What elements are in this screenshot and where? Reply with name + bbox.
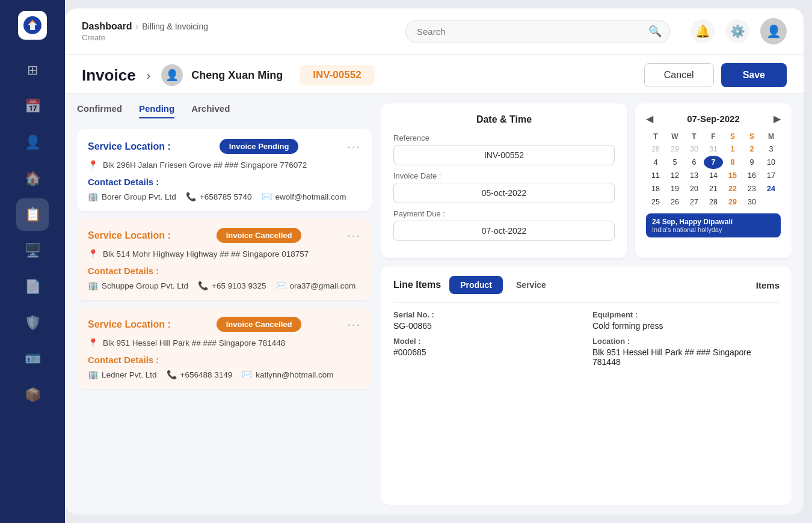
card-1-badge: Invoice Pending: [220, 139, 299, 154]
breadcrumb-current[interactable]: Billing & Invoicing: [142, 22, 208, 31]
email-icon-3: [242, 370, 252, 379]
save-button[interactable]: Save: [721, 63, 787, 87]
notification-icon[interactable]: 🔔: [691, 19, 715, 43]
cal-cell[interactable]: 30: [742, 195, 761, 209]
search-icon[interactable]: 🔍: [648, 25, 662, 38]
location-icon-3: [88, 338, 98, 347]
card-2-email: ora37@gmail.com: [290, 281, 356, 290]
invoice-date-input[interactable]: [393, 183, 615, 203]
cal-cell[interactable]: 26: [665, 195, 684, 209]
calendar-next-btn[interactable]: ▶: [774, 113, 781, 124]
service-card-2: Service Location : Invoice Cancelled ···…: [77, 218, 372, 300]
cancel-button[interactable]: Cancel: [644, 63, 714, 87]
li-tab-service[interactable]: Service: [505, 276, 557, 294]
cal-cell[interactable]: 23: [742, 182, 761, 195]
cal-cell[interactable]: 29: [723, 195, 742, 209]
cal-cell[interactable]: 24: [761, 182, 781, 195]
sidebar-item-badge[interactable]: 🪪: [16, 343, 49, 375]
cal-cell[interactable]: 25: [646, 195, 665, 209]
cal-cell[interactable]: 31: [704, 142, 723, 156]
cal-cell[interactable]: 21: [704, 182, 723, 195]
cal-cell[interactable]: 11: [646, 169, 665, 182]
sidebar-item-calendar[interactable]: 📅: [16, 90, 49, 123]
tab-confirmed[interactable]: Confirmed: [77, 103, 122, 118]
breadcrumb-sep: ›: [136, 22, 139, 31]
cal-th-f: F: [704, 130, 723, 142]
cal-cell[interactable]: 18: [646, 182, 665, 195]
serial-no-field: Serial No. : SG-00865: [393, 310, 580, 331]
card-2-company: Schuppe Group Pvt. Ltd: [102, 281, 188, 290]
calendar-prev-btn[interactable]: ◀: [646, 113, 653, 124]
location-icon-2: [88, 249, 98, 258]
card-3-badge: Invoice Cancelled: [217, 317, 302, 332]
cal-cell[interactable]: 4: [646, 156, 665, 169]
cal-cell[interactable]: 28: [646, 142, 665, 156]
email-icon-2: [276, 281, 286, 290]
cal-cell[interactable]: 15: [723, 169, 742, 182]
email-icon-1: [262, 192, 272, 201]
sidebar-item-box[interactable]: 📦: [16, 379, 49, 411]
cal-cell[interactable]: 1: [723, 142, 742, 156]
invoice-arrow: ›: [147, 69, 151, 82]
search-input[interactable]: [405, 20, 670, 43]
li-tab-product[interactable]: Product: [449, 276, 503, 294]
cal-cell[interactable]: 27: [684, 195, 704, 209]
cal-th-t1: T: [646, 130, 665, 142]
invoice-user-name: Cheng Xuan Ming: [191, 69, 283, 82]
sidebar-item-shield[interactable]: 🛡️: [16, 307, 49, 339]
card-1-title: Service Location :: [88, 141, 171, 152]
right-panel: Date & Time Reference Invoice Date : Pay…: [381, 103, 792, 505]
tab-archived[interactable]: Archived: [191, 103, 230, 118]
service-card-1: Service Location : Invoice Pending ··· B…: [77, 129, 372, 211]
invoice-date-label: Invoice Date :: [393, 171, 615, 180]
location-field: Location : Blk 951 Hessel Hill Park ## #…: [592, 337, 780, 367]
cal-cell[interactable]: 2: [742, 142, 761, 156]
cal-cell[interactable]: 13: [684, 169, 704, 182]
cal-cell[interactable]: 17: [761, 169, 781, 182]
cal-cell[interactable]: [761, 195, 781, 209]
breadcrumb-home[interactable]: Dashboard: [82, 21, 132, 32]
cal-cell[interactable]: 20: [684, 182, 704, 195]
cal-cell[interactable]: 30: [684, 142, 704, 156]
cal-cell[interactable]: 3: [761, 142, 781, 156]
payment-due-input[interactable]: [393, 221, 615, 241]
cal-cell[interactable]: 12: [665, 169, 684, 182]
tab-pending[interactable]: Pending: [139, 103, 174, 118]
header-actions: 🔔 ⚙️ 👤: [691, 18, 787, 44]
avatar[interactable]: 👤: [760, 18, 787, 44]
card-1-email: ewolf@hotmail.com: [275, 192, 346, 201]
cal-cell[interactable]: 8: [723, 156, 742, 169]
reference-input[interactable]: [393, 145, 615, 165]
cal-cell[interactable]: 10: [761, 156, 781, 169]
cal-cell[interactable]: 28: [704, 195, 723, 209]
card-1-address: Blk 296H Jalan Friesen Grove ## ### Sing…: [103, 161, 307, 170]
cal-cell[interactable]: 19: [665, 182, 684, 195]
cal-th-w: W: [665, 130, 684, 142]
cal-cell-today[interactable]: 7: [704, 156, 723, 169]
sidebar-item-contacts[interactable]: 👤: [16, 126, 49, 159]
card-3-more[interactable]: ···: [347, 317, 361, 331]
sidebar-item-reports[interactable]: 📋: [16, 198, 49, 231]
cal-cell[interactable]: 16: [742, 169, 761, 182]
settings-icon[interactable]: ⚙️: [725, 19, 749, 43]
serial-no-label: Serial No. :: [393, 310, 580, 319]
cal-cell[interactable]: 22: [723, 182, 742, 195]
line-items-card: Line Items Product Service Items Serial …: [381, 266, 792, 505]
sidebar-item-monitor[interactable]: 🖥️: [16, 234, 49, 267]
service-card-3: Service Location : Invoice Cancelled ···…: [77, 307, 372, 389]
card-1-phone: +658785 5740: [200, 192, 252, 201]
cal-cell[interactable]: 29: [665, 142, 684, 156]
card-2-more[interactable]: ···: [347, 228, 361, 242]
model-value: #000685: [393, 347, 580, 357]
cal-cell[interactable]: 5: [665, 156, 684, 169]
card-1-more[interactable]: ···: [347, 139, 361, 153]
sidebar-item-dashboard[interactable]: ⊞: [16, 54, 49, 87]
sidebar-item-invoices[interactable]: 📄: [16, 271, 49, 303]
serial-no-value: SG-00865: [393, 321, 580, 331]
sidebar-item-home[interactable]: 🏠: [16, 162, 49, 195]
cal-cell[interactable]: 9: [742, 156, 761, 169]
cal-cell[interactable]: 6: [684, 156, 704, 169]
phone-icon-1: [186, 192, 196, 201]
card-2-title: Service Location :: [88, 230, 171, 241]
cal-cell[interactable]: 14: [704, 169, 723, 182]
